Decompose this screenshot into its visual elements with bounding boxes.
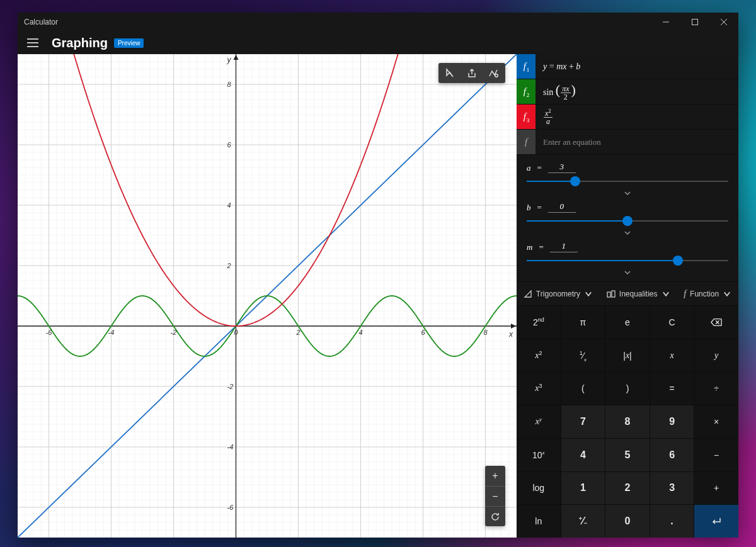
key-4[interactable]: 4 xyxy=(561,439,605,471)
trace-tool-icon[interactable] xyxy=(440,64,461,82)
variable-a: a= xyxy=(527,161,728,198)
key-x[interactable]: xy xyxy=(517,405,561,438)
key-[interactable] xyxy=(694,505,738,538)
key-y[interactable]: y xyxy=(694,339,738,372)
key-x[interactable]: x3 xyxy=(517,372,561,405)
key-[interactable]: +⁄− xyxy=(561,505,605,538)
equation-badge-3: f3 xyxy=(517,104,536,129)
key-10[interactable]: 10x xyxy=(517,439,561,471)
key-[interactable]: ( xyxy=(561,372,605,405)
key-x[interactable]: 1⁄x xyxy=(561,339,605,372)
keypad: 2ndπeCx21⁄x|x|xyx3()=÷xy789×10x456−log12… xyxy=(517,306,738,538)
equation-badge-new: f xyxy=(517,130,536,154)
titlebar[interactable]: Calculator xyxy=(18,13,738,31)
zoom-out-button[interactable]: − xyxy=(485,486,505,506)
variable-name: a xyxy=(527,163,531,173)
category-inequalities[interactable]: Inequalities xyxy=(604,290,673,298)
key-[interactable]: × xyxy=(694,405,738,438)
x-tick: 8 xyxy=(483,329,487,336)
side-panel: f1 y = mx + b f2 sin (πx2) f xyxy=(517,54,738,538)
key-[interactable]: . xyxy=(650,505,694,538)
zoom-reset-button[interactable] xyxy=(485,506,505,526)
app-header: Graphing Preview xyxy=(18,31,738,54)
key-[interactable]: + xyxy=(694,472,738,505)
equation-row-2[interactable]: f2 sin (πx2) xyxy=(517,79,738,104)
x-tick: -4 xyxy=(108,329,115,336)
equation-placeholder[interactable]: Enter an equation xyxy=(536,130,738,154)
y-axis-label: y xyxy=(227,55,231,64)
key-c[interactable]: C xyxy=(650,306,694,339)
variables-panel: a=b=m= xyxy=(517,155,738,282)
y-tick: -2 xyxy=(227,383,234,390)
equation-badge-1: f1 xyxy=(517,54,536,79)
variable-a-input[interactable] xyxy=(548,161,576,173)
graph-pane[interactable]: + − -6-4-202468-6-4-22468xy xyxy=(18,54,517,538)
y-tick: 8 xyxy=(227,81,231,88)
x-tick: 4 xyxy=(358,329,362,336)
key-2nd[interactable]: 2nd xyxy=(517,306,561,339)
key-x[interactable]: |x| xyxy=(605,339,650,372)
category-function[interactable]: f Function xyxy=(681,289,734,299)
key-5[interactable]: 5 xyxy=(605,439,650,471)
key-[interactable] xyxy=(694,306,738,339)
variable-m-input[interactable] xyxy=(550,240,578,252)
minimize-button[interactable] xyxy=(651,13,680,31)
key-ln[interactable]: ln xyxy=(517,505,561,538)
key-0[interactable]: 0 xyxy=(605,505,650,538)
equation-badge-2: f2 xyxy=(517,79,536,104)
key-[interactable]: ÷ xyxy=(694,372,738,405)
variable-m-expand[interactable] xyxy=(527,269,728,276)
svg-rect-0 xyxy=(692,20,698,25)
variable-b-slider[interactable] xyxy=(527,215,728,227)
key-e[interactable]: e xyxy=(605,306,650,339)
y-tick: 6 xyxy=(227,141,231,149)
equation-row-3[interactable]: f3 x2a xyxy=(517,104,738,130)
menu-button[interactable] xyxy=(20,31,45,54)
x-axis-label: x xyxy=(509,330,513,339)
maximize-button[interactable] xyxy=(680,13,709,31)
variable-b-input[interactable] xyxy=(548,201,576,213)
variable-m-slider[interactable] xyxy=(527,255,728,266)
key-x[interactable]: x2 xyxy=(517,339,561,372)
key-7[interactable]: 7 xyxy=(561,405,605,438)
keypad-categories: Trigonometry Inequalities f Function xyxy=(517,282,738,306)
zoom-in-button[interactable]: + xyxy=(485,466,505,486)
key-[interactable]: π xyxy=(561,306,605,339)
category-trigonometry[interactable]: Trigonometry xyxy=(521,290,595,298)
close-button[interactable] xyxy=(709,13,738,31)
equation-text-2[interactable]: sin (πx2) xyxy=(536,79,738,104)
key-2[interactable]: 2 xyxy=(605,472,650,505)
key-9[interactable]: 9 xyxy=(650,405,694,438)
key-log[interactable]: log xyxy=(517,472,561,505)
key-1[interactable]: 1 xyxy=(561,472,605,505)
key-x[interactable]: x xyxy=(650,339,694,372)
key-[interactable]: ) xyxy=(605,372,650,405)
equation-row-1[interactable]: f1 y = mx + b xyxy=(517,54,738,79)
x-tick: -2 xyxy=(171,329,177,336)
svg-rect-135 xyxy=(612,291,615,297)
variable-a-slider[interactable] xyxy=(527,176,728,187)
key-[interactable]: − xyxy=(694,439,738,471)
key-6[interactable]: 6 xyxy=(650,439,694,471)
window-title: Calculator xyxy=(24,18,58,26)
equation-list: f1 y = mx + b f2 sin (πx2) f xyxy=(517,54,738,155)
variable-a-expand[interactable] xyxy=(527,189,728,197)
share-icon[interactable] xyxy=(461,64,483,82)
variable-b-expand[interactable] xyxy=(527,229,728,237)
key-3[interactable]: 3 xyxy=(650,472,694,505)
graph-settings-icon[interactable] xyxy=(483,64,504,82)
calculator-window: Calculator Graphing Preview xyxy=(18,13,738,538)
graph-toolbar xyxy=(438,63,505,83)
key-8[interactable]: 8 xyxy=(605,405,650,438)
variable-m: m= xyxy=(527,240,728,278)
x-tick: -6 xyxy=(46,329,52,336)
y-tick: 4 xyxy=(227,201,231,209)
equation-text-1[interactable]: y = mx + b xyxy=(536,54,738,79)
x-tick: 0 xyxy=(234,329,238,336)
variable-b: b= xyxy=(527,201,728,238)
graph-canvas xyxy=(18,54,517,538)
y-tick: 2 xyxy=(227,262,231,269)
equation-row-new[interactable]: f Enter an equation xyxy=(517,130,738,155)
equation-text-3[interactable]: x2a xyxy=(536,104,738,129)
key-[interactable]: = xyxy=(650,372,694,405)
